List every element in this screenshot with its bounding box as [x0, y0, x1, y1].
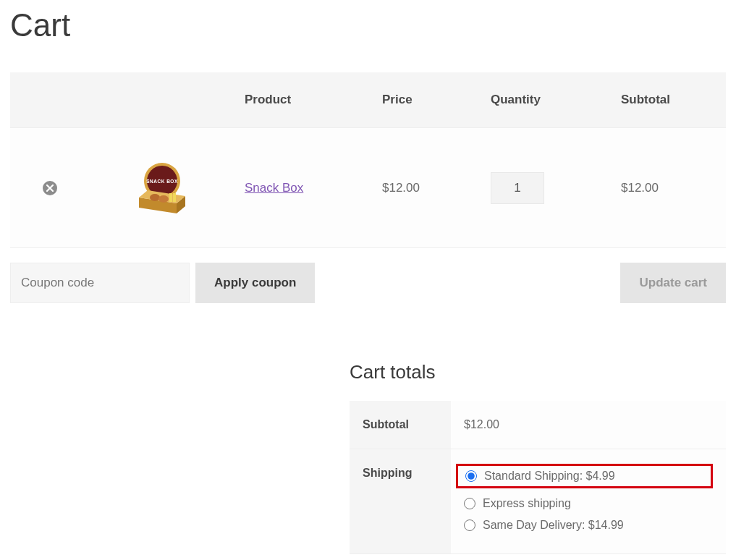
column-header-thumbnail — [90, 72, 234, 128]
close-icon — [46, 184, 54, 192]
svg-point-8 — [150, 194, 160, 201]
update-cart-button[interactable]: Update cart — [620, 263, 726, 303]
product-thumbnail[interactable]: SNACK BOX — [133, 157, 191, 215]
page-title: Cart — [10, 7, 726, 43]
cart-table: Product Price Quantity Subtotal — [10, 72, 726, 248]
column-header-quantity: Quantity — [481, 72, 611, 128]
svg-rect-11 — [173, 193, 176, 202]
shipping-option-label: Express shipping — [483, 497, 571, 510]
cart-totals-title: Cart totals — [350, 361, 726, 383]
shipping-option-label: Same Day Delivery: $14.99 — [483, 519, 624, 532]
quantity-input[interactable] — [491, 172, 544, 204]
column-header-remove — [10, 72, 90, 128]
subtotal-label: Subtotal — [350, 401, 451, 449]
product-name-link[interactable]: Snack Box — [245, 181, 303, 195]
subtotal-value: $12.00 — [451, 401, 726, 449]
remove-item-button[interactable] — [43, 181, 57, 195]
shipping-radio-same-day[interactable] — [464, 519, 475, 531]
cart-totals: Cart totals Subtotal $12.00 Shipping Sta… — [350, 361, 726, 554]
item-price: $12.00 — [372, 128, 481, 248]
shipping-radio-standard[interactable] — [465, 470, 477, 482]
item-subtotal: $12.00 — [611, 128, 726, 248]
shipping-option-label: Standard Shipping: $4.99 — [484, 470, 615, 483]
coupon-code-input[interactable] — [10, 263, 190, 303]
svg-rect-10 — [169, 193, 172, 202]
shipping-options: Standard Shipping: $4.99 Express shippin… — [464, 459, 713, 536]
shipping-radio-express[interactable] — [464, 498, 475, 509]
column-header-product: Product — [234, 72, 372, 128]
apply-coupon-button[interactable]: Apply coupon — [195, 263, 315, 303]
svg-point-9 — [158, 195, 169, 203]
column-header-subtotal: Subtotal — [611, 72, 726, 128]
cart-item-row: SNACK BOX Sna — [10, 128, 726, 248]
snack-box-icon: SNACK BOX — [133, 157, 191, 215]
cart-totals-table: Subtotal $12.00 Shipping Standard Shippi… — [350, 401, 726, 554]
column-header-price: Price — [372, 72, 481, 128]
highlighted-shipping-option: Standard Shipping: $4.99 — [456, 464, 713, 488]
svg-text:SNACK BOX: SNACK BOX — [146, 179, 178, 184]
cart-actions: Apply coupon Update cart — [10, 263, 726, 303]
shipping-label: Shipping — [350, 449, 451, 554]
